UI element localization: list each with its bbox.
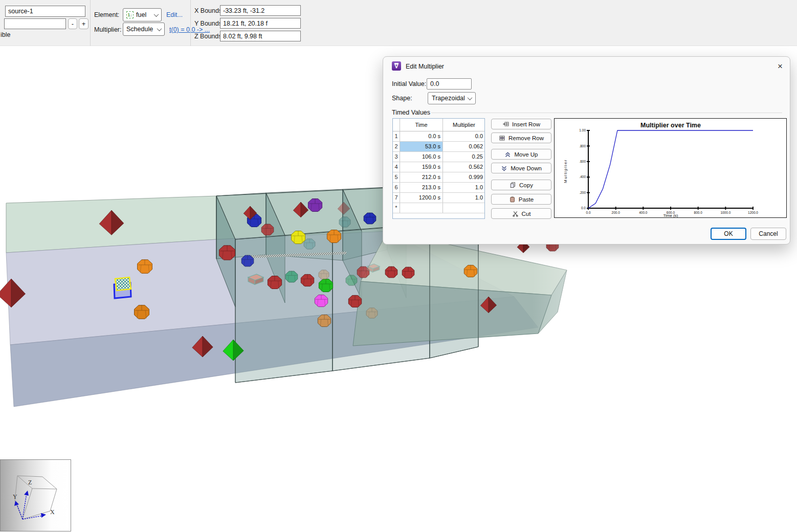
button-label: Copy xyxy=(519,182,533,188)
table-row[interactable]: 5 212.0 s 0.999 xyxy=(393,172,484,183)
shape-dropdown[interactable]: Trapezoidal xyxy=(428,92,476,104)
table-row[interactable]: 2 53.0 s 0.062 xyxy=(393,142,484,152)
button-label: Move Up xyxy=(514,151,538,158)
particle[interactable] xyxy=(261,224,274,235)
edit-element-link[interactable]: Edit... xyxy=(166,11,183,18)
svg-text:.800: .800 xyxy=(579,144,586,148)
multiplier-cell[interactable]: 0.0 xyxy=(443,131,485,141)
selected-particle[interactable] xyxy=(114,277,131,298)
table-row[interactable]: 4 159.0 s 0.562 xyxy=(393,162,484,172)
row-number: 2 xyxy=(393,142,400,151)
dialog-title: Edit Multiplier xyxy=(406,63,444,70)
schedule-function-link[interactable]: t(0) = 0.0 -> ... xyxy=(169,26,210,33)
time-cell[interactable]: 106.0 s xyxy=(400,152,443,162)
remove-row-button[interactable]: Remove Row xyxy=(491,132,551,143)
time-cell[interactable]: 1200.0 s xyxy=(400,193,443,203)
multiplier-cell[interactable]: 0.999 xyxy=(443,172,485,182)
gizmo-cube-edge xyxy=(32,489,57,489)
particle[interactable] xyxy=(464,265,477,277)
particle[interactable] xyxy=(138,259,152,273)
timed-values-group-label: Timed Values xyxy=(392,109,430,116)
table-row[interactable]: 6 213.0 s 1.0 xyxy=(393,183,484,193)
copy-button[interactable]: Copy xyxy=(491,180,551,190)
time-cell[interactable]: 53.0 s xyxy=(400,142,443,151)
initial-value-input[interactable]: 0.0 xyxy=(427,78,472,90)
x-bounds-field[interactable]: -33.23 ft, -31.2 xyxy=(220,5,301,16)
cut-button[interactable]: Cut xyxy=(491,208,551,219)
particle[interactable] xyxy=(304,238,315,249)
timed-values-table[interactable]: Time Multiplier1 0.0 s 0.02 53.0 s 0.062… xyxy=(392,118,485,219)
svg-text:0.0: 0.0 xyxy=(586,211,590,214)
particle[interactable] xyxy=(319,270,329,279)
insert-row-button[interactable]: Insert Row xyxy=(491,119,551,129)
row-number-header xyxy=(393,119,400,131)
table-row[interactable]: * xyxy=(393,203,484,213)
remove-row-icon xyxy=(499,135,505,141)
particle[interactable] xyxy=(318,315,330,327)
decrement-button[interactable]: - xyxy=(68,18,77,29)
paste-icon xyxy=(509,196,516,203)
cancel-button[interactable]: Cancel xyxy=(750,228,786,240)
close-icon[interactable]: × xyxy=(772,60,788,73)
particle[interactable] xyxy=(268,276,281,289)
multiplier-cell[interactable]: 1.0 xyxy=(443,183,485,192)
multiplier-dropdown[interactable]: Schedule xyxy=(123,23,165,36)
time-cell[interactable]: 212.0 s xyxy=(400,172,443,182)
move-down-button[interactable]: Move Down xyxy=(491,163,551,173)
particle[interactable] xyxy=(135,305,149,319)
multiplier-cell[interactable]: 0.062 xyxy=(443,142,485,151)
ok-button[interactable]: OK xyxy=(711,228,746,240)
time-cell[interactable]: 0.0 s xyxy=(400,131,443,141)
particle[interactable] xyxy=(291,231,305,244)
cut-icon xyxy=(512,210,519,217)
element-dropdown[interactable]: 1↓ fuel xyxy=(123,8,162,21)
table-row[interactable]: 1 0.0 s 0.0 xyxy=(393,131,484,142)
particle[interactable] xyxy=(241,255,254,267)
particle[interactable] xyxy=(348,295,361,307)
source-name-input[interactable]: source-1 xyxy=(5,6,85,17)
orientation-gizmo[interactable]: ZYX xyxy=(0,459,71,531)
particle[interactable] xyxy=(385,267,397,278)
multiplier-chart-panel: Multiplier over TimeMultiplierTime (s)0.… xyxy=(554,118,787,218)
particle[interactable] xyxy=(339,216,350,227)
z-bounds-field[interactable]: 8.02 ft, 9.98 ft xyxy=(220,31,301,41)
table-row[interactable]: 7 1200.0 s 1.0 xyxy=(393,193,484,203)
multiplier-cell[interactable] xyxy=(443,203,485,213)
particle[interactable] xyxy=(301,274,314,286)
group-divider xyxy=(431,113,782,113)
time-cell[interactable]: 213.0 s xyxy=(400,183,443,192)
count-input[interactable] xyxy=(4,18,66,29)
particle[interactable] xyxy=(285,271,298,282)
edit-multiplier-dialog: ∇ Edit Multiplier × Initial Value: 0.0 S… xyxy=(383,56,790,245)
table-row[interactable]: 3 106.0 s 0.25 xyxy=(393,152,484,162)
particle[interactable] xyxy=(364,213,376,224)
time-cell[interactable] xyxy=(400,203,443,213)
row-number: 5 xyxy=(393,172,400,182)
button-label: Remove Row xyxy=(508,135,544,141)
gizmo-axis-label: X xyxy=(50,508,55,516)
particle[interactable] xyxy=(319,279,333,292)
time-cell[interactable]: 159.0 s xyxy=(400,162,443,172)
multiplier-cell[interactable]: 0.562 xyxy=(443,162,485,172)
gizmo-arrowhead xyxy=(24,491,29,496)
svg-text:1.00: 1.00 xyxy=(579,128,586,132)
chevron-down-icon xyxy=(468,95,473,100)
move-up-button[interactable]: Move Up xyxy=(491,149,551,160)
button-label: Move Down xyxy=(511,165,542,171)
multiplier-cell[interactable]: 0.25 xyxy=(443,152,485,162)
particle-source-icon: 1↓ xyxy=(126,11,134,18)
particle[interactable] xyxy=(402,267,414,278)
gizmo-cube-edge xyxy=(17,476,42,477)
particle[interactable] xyxy=(315,295,327,307)
multiplier-cell[interactable]: 1.0 xyxy=(443,193,485,203)
particle[interactable] xyxy=(346,275,357,285)
chevron-down-icon xyxy=(157,26,162,31)
particle[interactable] xyxy=(366,307,378,318)
particle[interactable] xyxy=(308,198,322,212)
paste-button[interactable]: Paste xyxy=(491,194,551,205)
particle[interactable] xyxy=(327,230,341,243)
particle[interactable] xyxy=(219,245,235,260)
increment-button[interactable]: + xyxy=(79,18,88,29)
svg-text:600.0: 600.0 xyxy=(667,211,675,214)
y-bounds-field[interactable]: 18.21 ft, 20.18 f xyxy=(220,18,301,29)
